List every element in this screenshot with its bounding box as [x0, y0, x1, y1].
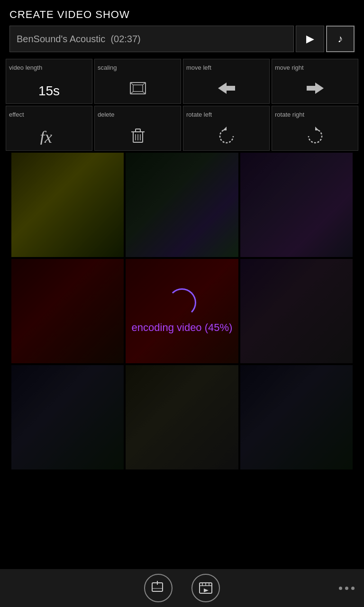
video-length-button[interactable]: video length 15s — [6, 59, 92, 104]
add-photo-button[interactable] — [144, 574, 173, 602]
svg-rect-13 — [136, 129, 140, 132]
dot-3 — [351, 587, 355, 590]
dot-1 — [339, 587, 342, 590]
delete-label: delete — [98, 111, 114, 118]
music-bar: ▶ ♪ — [9, 26, 355, 52]
move-right-icon — [305, 79, 326, 98]
move-right-button[interactable]: move right — [272, 59, 358, 104]
effect-button[interactable]: effect fx — [6, 106, 92, 151]
rotate-right-label: rotate right — [275, 111, 304, 118]
move-left-button[interactable]: move left — [183, 59, 270, 104]
effect-label: effect — [9, 111, 24, 118]
music-track-input[interactable] — [9, 26, 294, 52]
music-play-button[interactable]: ▶ — [296, 26, 324, 52]
fx-icon: fx — [39, 126, 60, 145]
video-edit-icon — [199, 581, 213, 595]
controls-grid: video length 15s scaling move left move … — [6, 59, 358, 151]
photo-3[interactable] — [240, 153, 353, 257]
scaling-icon — [128, 79, 147, 98]
photo-4[interactable] — [11, 259, 124, 363]
move-left-icon — [216, 79, 237, 98]
music-note-button[interactable]: ♪ — [326, 26, 355, 52]
scaling-label: scaling — [98, 64, 117, 71]
photo-2[interactable] — [126, 153, 238, 257]
svg-rect-9 — [307, 86, 315, 91]
photo-9[interactable] — [240, 365, 353, 469]
delete-button[interactable]: delete — [94, 106, 181, 151]
photo-5[interactable] — [126, 259, 238, 363]
bottom-bar — [0, 569, 364, 607]
photo-1[interactable] — [11, 153, 124, 257]
svg-marker-18 — [315, 127, 319, 130]
rotate-right-button[interactable]: rotate right — [272, 106, 358, 151]
video-edit-button[interactable] — [191, 574, 220, 602]
photo-grid — [11, 153, 353, 469]
video-length-value: 15s — [38, 84, 60, 98]
add-photo-icon — [151, 581, 165, 595]
dot-2 — [345, 587, 348, 590]
video-length-label: video length — [9, 64, 42, 71]
svg-marker-28 — [204, 589, 209, 592]
move-right-label: move right — [275, 64, 304, 71]
svg-text:fx: fx — [40, 128, 52, 145]
photo-8[interactable] — [126, 365, 238, 469]
rotate-left-button[interactable]: rotate left — [183, 106, 270, 151]
page-title: CREATE VIDEO SHOW — [0, 0, 364, 26]
svg-marker-6 — [218, 83, 227, 94]
photo-6[interactable] — [240, 259, 353, 363]
bottom-dots — [339, 587, 355, 590]
note-icon: ♪ — [338, 33, 343, 45]
play-icon: ▶ — [306, 33, 314, 45]
photo-7[interactable] — [11, 365, 124, 469]
svg-rect-7 — [227, 86, 235, 91]
rotate-right-icon — [305, 126, 326, 145]
svg-marker-8 — [315, 83, 324, 94]
trash-icon — [128, 126, 147, 145]
rotate-left-icon — [216, 126, 237, 145]
svg-marker-17 — [223, 127, 227, 130]
scaling-button[interactable]: scaling — [94, 59, 181, 104]
move-left-label: move left — [186, 64, 211, 71]
svg-rect-1 — [133, 85, 143, 92]
rotate-left-label: rotate left — [186, 111, 212, 118]
